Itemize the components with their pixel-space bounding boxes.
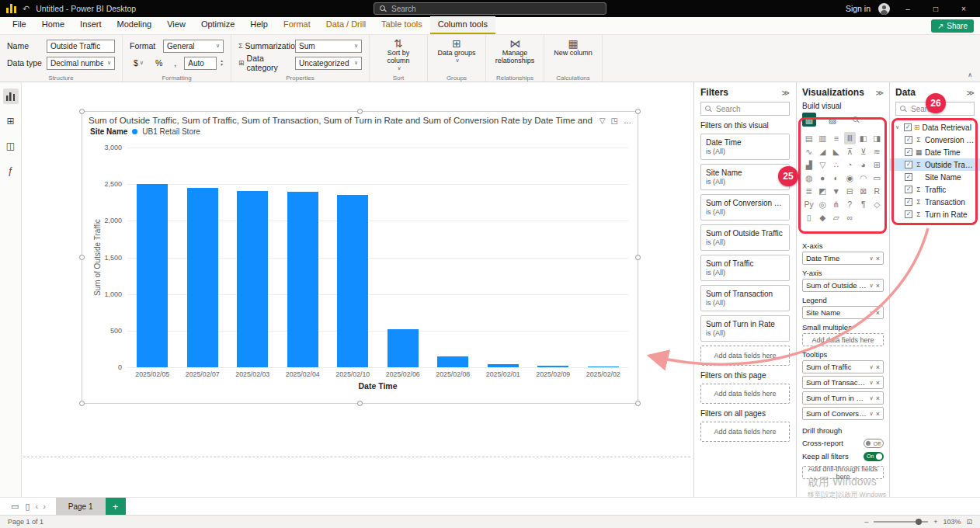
field-checkbox[interactable]: ✓ (905, 136, 912, 144)
data-search-input[interactable]: Search (895, 102, 975, 116)
visual-type-smart-narrative[interactable]: ¶ (857, 198, 870, 210)
data-type-dropdown[interactable]: Decimal number∨ (47, 57, 115, 70)
visual-type-stacked-bar-chart[interactable]: ▤ (803, 132, 815, 144)
page-tab[interactable]: Page 1 (56, 498, 106, 515)
remove-field-icon[interactable]: × (876, 282, 880, 290)
share-button[interactable]: ↗ Share (931, 19, 974, 33)
data-category-dropdown[interactable]: Uncategorized∨ (295, 57, 362, 70)
sort-by-column-button[interactable]: ⇅ Sort by column∨ (377, 38, 420, 72)
visual-type-line-and-clustered-column-chart[interactable]: ⊻ (857, 145, 870, 158)
tab-format-visual[interactable]: ▨ (825, 113, 839, 127)
visual-type-arcgis-map[interactable]: ◆ (817, 211, 829, 224)
filter-card-site-name[interactable]: Site Nameis (All) (700, 164, 790, 190)
manage-relationships-button[interactable]: ⋈ Manage relationships (493, 38, 537, 64)
resize-handle[interactable] (635, 255, 641, 260)
fit-to-page-icon[interactable]: ⊡ (966, 518, 972, 526)
maximize-button[interactable]: □ (926, 5, 946, 13)
chevron-down-icon[interactable]: ∨ (895, 124, 902, 130)
global-search-input[interactable]: Search (374, 2, 606, 15)
more-options-icon[interactable]: … (624, 116, 631, 125)
field-checkbox[interactable]: ✓ (905, 210, 912, 218)
filter-icon[interactable]: ▽ (599, 116, 606, 125)
ribbon-tab-column-tools[interactable]: Column tools (430, 16, 495, 34)
field-checkbox[interactable]: ✓ (905, 186, 912, 193)
undo-icon[interactable]: ↶ (23, 4, 30, 14)
field-checkbox[interactable]: ✓ (905, 198, 912, 206)
visual-type-card[interactable]: ▭ (871, 172, 884, 184)
resize-handle[interactable] (635, 109, 641, 114)
report-canvas[interactable]: Sum of Outside Traffic, Sum of Traffic, … (22, 82, 693, 497)
summarization-dropdown[interactable]: Sum∨ (295, 40, 362, 53)
resize-handle[interactable] (357, 401, 363, 406)
remove-field-icon[interactable]: × (876, 309, 880, 317)
field-pill-sum-of-transaction[interactable]: Sum of Transaction∨× (802, 376, 884, 389)
add-data-fields-dropzone[interactable]: Add data fields here (802, 333, 884, 346)
model-view-button[interactable]: ◫ (3, 138, 19, 154)
filter-card-date-time[interactable]: Date Timeis (All) (700, 134, 790, 160)
visual-type-funnel-chart[interactable]: ▽ (817, 158, 829, 171)
sign-in-button[interactable]: Sign in (846, 4, 871, 13)
thousands-separator-button[interactable]: , (170, 57, 180, 68)
previous-page-icon[interactable]: ‹ (35, 502, 38, 511)
column-chart-visual[interactable]: Sum of Outside Traffic, Sum of Traffic, … (82, 111, 638, 404)
collapse-pane-icon[interactable]: ≫ (967, 89, 975, 97)
table-checkbox[interactable]: ✓ (904, 123, 912, 131)
column-name-input[interactable]: Outside Traffic (47, 40, 115, 53)
chart-bar-2025-02-02[interactable] (588, 366, 619, 367)
cross-report-toggle[interactable]: Off (864, 439, 884, 448)
chevron-down-icon[interactable]: ∨ (870, 310, 874, 316)
dax-query-view-button[interactable]: ƒ (3, 163, 19, 179)
filters-search-input[interactable]: Search (700, 102, 790, 116)
chart-bar-2025-02-09[interactable] (537, 366, 568, 367)
remove-field-icon[interactable]: × (876, 379, 880, 387)
currency-format-button[interactable]: $∨ (130, 57, 148, 68)
ribbon-tab-insert[interactable]: Insert (72, 16, 109, 34)
data-field-transaction[interactable]: ✓ΣTransaction (895, 196, 975, 208)
field-pill-sum-of-conversion-ra[interactable]: Sum of Conversion Ra...∨× (802, 407, 884, 420)
keep-all-filters-toggle[interactable]: On (864, 452, 884, 461)
decimal-places-input[interactable]: Auto (184, 57, 217, 70)
visual-type-table[interactable]: ⊟ (844, 185, 857, 197)
ribbon-tab-data-drill[interactable]: Data / Drill (318, 16, 374, 34)
collapse-pane-icon[interactable]: ≫ (876, 89, 884, 97)
field-pill-site-name[interactable]: Site Name∨× (802, 306, 884, 319)
visual-type-power-apps[interactable]: ▱ (830, 211, 843, 224)
table-view-button[interactable]: ⊞ (3, 113, 19, 129)
data-field-traffic[interactable]: ✓ΣTraffic (895, 183, 975, 196)
ribbon-tab-view[interactable]: View (159, 16, 193, 34)
ribbon-tab-format[interactable]: Format (276, 16, 318, 34)
visual-type-scatter-chart[interactable]: ∴ (830, 158, 843, 171)
field-pill-sum-of-outside-traffic[interactable]: Sum of Outside Traffic∨× (802, 279, 884, 292)
chart-bar-2025-02-07[interactable] (187, 188, 218, 367)
decimal-places-stepper[interactable]: ▴▾ (221, 59, 223, 67)
remove-field-icon[interactable]: × (876, 255, 880, 262)
new-column-button[interactable]: ▦ New column (551, 38, 595, 57)
mobile-layout-icon[interactable]: ▯ (25, 502, 30, 512)
minimize-button[interactable]: – (898, 5, 918, 13)
add-data-fields-dropzone[interactable]: Add data fields here (700, 384, 790, 404)
visual-type-q-and-a[interactable]: ? (844, 198, 857, 210)
data-field-conversion-rate[interactable]: ✓ΣConversion Rate (895, 134, 975, 146)
visual-type-pie-chart[interactable]: ◔ (844, 158, 857, 171)
chevron-down-icon[interactable]: ∨ (870, 283, 874, 289)
ribbon-tab-table-tools[interactable]: Table tools (374, 16, 430, 34)
filter-card-sum-of-outside-traffic[interactable]: Sum of Outside Trafficis (All) (700, 224, 790, 251)
visual-type-donut-chart[interactable]: ◕ (857, 158, 870, 171)
field-checkbox[interactable]: ✓ (905, 173, 912, 181)
focus-mode-icon[interactable]: ◳ (611, 116, 618, 125)
resize-handle[interactable] (79, 109, 85, 114)
visual-type-r-script-visual[interactable]: R (871, 185, 884, 197)
data-field-date-time[interactable]: ✓▦Date Time (895, 146, 975, 158)
visual-type-100-stacked-column-chart[interactable]: ◨ (871, 132, 884, 144)
data-field-site-name[interactable]: ✓Site Name (895, 171, 975, 183)
resize-handle[interactable] (79, 255, 85, 260)
visual-type-treemap[interactable]: ⊞ (871, 158, 884, 171)
visual-type-shape-map[interactable]: ◐ (830, 172, 843, 184)
more-visuals-button[interactable]: … (803, 224, 883, 237)
add-data-fields-dropzone[interactable]: Add data fields here (700, 422, 790, 442)
tab-build-visual[interactable]: ▥ (802, 113, 816, 127)
chart-bar-2025-02-06[interactable] (387, 329, 419, 367)
remove-field-icon[interactable]: × (876, 410, 880, 418)
add-drill-through-fields-dropzone[interactable]: Add drill-through fields here (802, 466, 884, 479)
ribbon-tab-home[interactable]: Home (34, 16, 72, 34)
